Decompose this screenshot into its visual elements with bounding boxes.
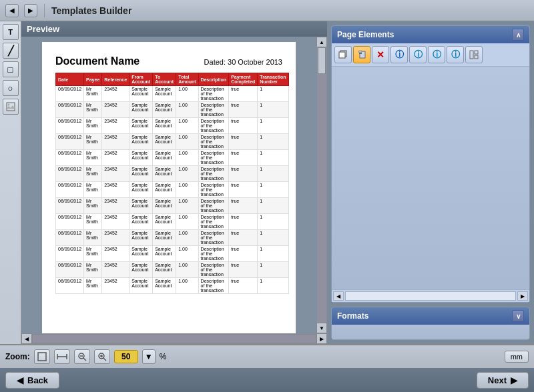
table-cell: 1 xyxy=(258,278,288,294)
table-cell: 1 xyxy=(258,86,288,102)
next-button[interactable]: Next ▶ xyxy=(477,372,529,389)
preview-scroll-area[interactable]: Document Name Dated: 30 October 2013 Dat… xyxy=(21,37,316,333)
table-cell: 23452 xyxy=(102,246,129,262)
unit-selector[interactable]: mm xyxy=(505,351,529,363)
table-cell: Sample Account xyxy=(153,86,176,102)
table-cell: true xyxy=(229,230,258,246)
formats-title: Formats xyxy=(337,311,368,321)
zoom-value[interactable]: 50 xyxy=(114,350,138,363)
table-cell: 1.00 xyxy=(176,150,198,166)
table-cell: 1 xyxy=(258,150,288,166)
col-date: Date xyxy=(56,73,84,86)
table-cell: Description of the transaction xyxy=(198,182,229,198)
table-cell: Sample Account xyxy=(153,134,176,150)
table-cell: 1.00 xyxy=(176,102,198,118)
tree-hscroll[interactable]: ◀ ▶ xyxy=(332,289,529,302)
info3-btn[interactable]: ⓘ xyxy=(428,46,445,63)
table-cell: Sample Account xyxy=(153,150,176,166)
svg-rect-10 xyxy=(38,353,46,361)
table-cell: Mr Smith xyxy=(84,86,102,102)
horizontal-scrollbar[interactable]: ◀ ▶ xyxy=(21,333,327,344)
zoom-fit-btn[interactable] xyxy=(54,349,70,364)
table-cell: Mr Smith xyxy=(84,214,102,230)
table-cell: true xyxy=(229,262,258,278)
rect-tool-btn[interactable]: □ xyxy=(3,61,19,77)
col-from: From Account xyxy=(129,73,153,86)
table-cell: 23452 xyxy=(102,150,129,166)
tree-hscroll-left[interactable]: ◀ xyxy=(333,291,344,301)
vscroll-track[interactable] xyxy=(317,47,326,323)
svg-point-1 xyxy=(7,104,9,106)
table-cell: 23452 xyxy=(102,278,129,294)
table-row: 06/09/2012Mr Smith23452Sample AccountSam… xyxy=(56,214,289,230)
table-row: 06/09/2012Mr Smith23452Sample AccountSam… xyxy=(56,262,289,278)
info4-btn[interactable]: ⓘ xyxy=(447,46,464,63)
vscroll-down-btn[interactable]: ▼ xyxy=(316,323,327,333)
image-tool-btn[interactable] xyxy=(3,99,19,115)
table-cell: 1.00 xyxy=(176,134,198,150)
table-cell: true xyxy=(229,150,258,166)
hscroll-left-btn[interactable]: ◀ xyxy=(21,333,32,344)
table-cell: Description of the transaction xyxy=(198,134,229,150)
table-cell: 1 xyxy=(258,198,288,214)
zoom-page-btn[interactable] xyxy=(34,349,50,364)
copy-element-btn[interactable] xyxy=(334,46,352,63)
svg-rect-7 xyxy=(470,51,473,59)
table-cell: Mr Smith xyxy=(84,198,102,214)
back-button[interactable]: ◀ Back xyxy=(5,372,59,389)
table-cell: Sample Account xyxy=(153,214,176,230)
title-bar: ◀ ▶ Templates Builder xyxy=(0,0,534,21)
page-elements-toolbar: ✕ ⓘ ⓘ ⓘ ⓘ xyxy=(332,43,529,67)
table-cell: Description of the transaction xyxy=(198,214,229,230)
formats-panel: Formats ∨ xyxy=(331,307,530,340)
table-cell: true xyxy=(229,246,258,262)
zoom-dropdown-btn[interactable]: ▼ xyxy=(142,349,156,364)
col-to: To Account xyxy=(153,73,176,86)
table-cell: Sample Account xyxy=(129,262,153,278)
hscroll-right-btn[interactable]: ▶ xyxy=(316,333,327,344)
vscroll-thumb[interactable] xyxy=(318,47,326,74)
page-elements-title: Page Elements xyxy=(337,30,394,39)
preview-container: Preview Document Name Dated: 30 October … xyxy=(21,21,327,344)
table-cell: Description of the transaction xyxy=(198,86,229,102)
formats-expand-btn[interactable]: ∨ xyxy=(512,310,524,322)
title-separator xyxy=(44,4,45,17)
table-cell: Description of the transaction xyxy=(198,262,229,278)
table-cell: 23452 xyxy=(102,214,129,230)
info2-btn[interactable]: ⓘ xyxy=(409,46,427,63)
forward-nav-btn[interactable]: ▶ xyxy=(24,4,37,17)
line-tool-btn[interactable]: ╱ xyxy=(3,43,19,59)
paste-element-btn[interactable] xyxy=(353,46,370,63)
table-cell: 23452 xyxy=(102,134,129,150)
zoom-in-btn[interactable] xyxy=(94,349,110,364)
table-cell: 23452 xyxy=(102,182,129,198)
delete-element-btn[interactable]: ✕ xyxy=(372,46,389,63)
vscroll-up-btn[interactable]: ▲ xyxy=(316,37,327,47)
table-cell: 1.00 xyxy=(176,118,198,134)
tree-hscroll-track[interactable] xyxy=(345,291,516,301)
text-tool-btn[interactable]: T xyxy=(3,24,19,40)
back-nav-btn[interactable]: ◀ xyxy=(5,4,19,17)
table-cell: Mr Smith xyxy=(84,166,102,182)
main-area: T ╱ □ ○ Preview Document Name Dated: 30 … xyxy=(0,21,534,344)
col-payment: Payment Completed xyxy=(229,73,258,86)
table-cell: 06/09/2012 xyxy=(56,230,84,246)
layout-btn[interactable] xyxy=(465,46,483,63)
table-cell: true xyxy=(229,118,258,134)
info1-btn[interactable]: ⓘ xyxy=(390,46,408,63)
page-elements-collapse-btn[interactable]: ∧ xyxy=(512,29,524,41)
vertical-scrollbar[interactable]: ▲ ▼ xyxy=(316,37,327,333)
col-amount: Total Amount xyxy=(176,73,198,86)
zoom-out-btn[interactable] xyxy=(74,349,90,364)
table-row: 06/09/2012Mr Smith23452Sample AccountSam… xyxy=(56,150,289,166)
table-row: 06/09/2012Mr Smith23452Sample AccountSam… xyxy=(56,86,289,102)
table-cell: Description of the transaction xyxy=(198,150,229,166)
table-cell: 1 xyxy=(258,166,288,182)
tree-hscroll-right[interactable]: ▶ xyxy=(517,291,528,301)
svg-line-18 xyxy=(103,358,106,361)
table-cell: 1.00 xyxy=(176,230,198,246)
hscroll-track[interactable] xyxy=(32,334,316,343)
table-cell: 06/09/2012 xyxy=(56,198,84,214)
table-cell: true xyxy=(229,198,258,214)
ellipse-tool-btn[interactable]: ○ xyxy=(3,80,19,96)
